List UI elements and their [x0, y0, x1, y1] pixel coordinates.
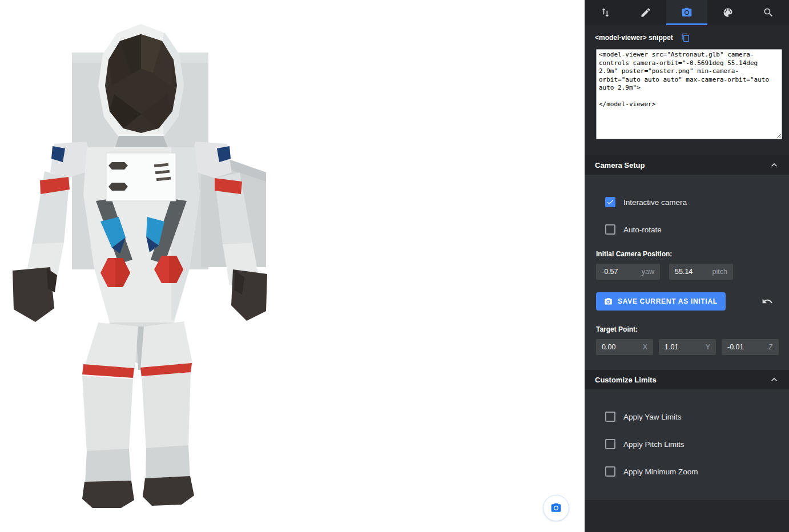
initial-position-fields: yaw pitch: [596, 264, 789, 280]
customize-limits-body: Apply Yaw Limits Apply Pitch Limits Appl…: [585, 389, 789, 500]
section-title: Camera Setup: [595, 161, 645, 170]
apply-minimum-zoom-checkbox[interactable]: [605, 466, 615, 477]
tab-materials[interactable]: [707, 0, 748, 25]
tab-edit[interactable]: [626, 0, 667, 25]
apply-pitch-limits-label: Apply Pitch Limits: [623, 440, 685, 449]
customize-limits-header[interactable]: Customize Limits: [585, 370, 789, 389]
snippet-title: <model-viewer> snippet: [595, 34, 673, 42]
astronaut-model: [0, 0, 585, 532]
section-title: Customize Limits: [595, 376, 657, 384]
camera-icon: [681, 7, 693, 18]
interactive-camera-row[interactable]: Interactive camera: [585, 188, 789, 216]
check-icon: [606, 198, 614, 206]
search-icon: [763, 7, 774, 18]
pencil-icon: [640, 7, 651, 18]
apply-minimum-zoom-label: Apply Minimum Zoom: [623, 467, 698, 476]
tab-camera[interactable]: [666, 0, 707, 25]
snippet-header: <model-viewer> snippet: [585, 25, 789, 47]
target-x-suffix: X: [643, 343, 647, 351]
target-y-input[interactable]: [665, 343, 702, 351]
tab-inspector[interactable]: [748, 0, 789, 25]
snippet-code-editor[interactable]: <model-viewer src="Astronaut.glb" camera…: [596, 49, 782, 139]
target-z-field[interactable]: Z: [722, 339, 779, 355]
editor-panel: <model-viewer> snippet <model-viewer src…: [585, 0, 789, 532]
target-y-field[interactable]: Y: [659, 339, 716, 355]
yaw-suffix: yaw: [642, 268, 654, 276]
target-x-input[interactable]: [602, 343, 639, 351]
target-z-input[interactable]: [727, 343, 765, 351]
auto-rotate-row[interactable]: Auto-rotate: [585, 216, 789, 243]
camera-setup-header[interactable]: Camera Setup: [585, 155, 789, 175]
undo-icon: [762, 296, 773, 307]
palette-icon: [722, 7, 734, 18]
save-current-as-initial-button[interactable]: SAVE CURRENT AS INITIAL: [596, 292, 726, 311]
copy-icon: [681, 33, 690, 42]
screenshot-button[interactable]: [543, 495, 569, 521]
undo-button[interactable]: [762, 296, 773, 307]
auto-rotate-checkbox[interactable]: [605, 224, 615, 235]
camera-setup-body: Interactive camera Auto-rotate Initial C…: [585, 175, 789, 370]
swap-vertical-icon: [599, 7, 611, 18]
tab-import-export[interactable]: [585, 0, 626, 25]
interactive-camera-label: Interactive camera: [623, 198, 687, 207]
apply-yaw-limits-checkbox[interactable]: [605, 412, 615, 422]
model-viewer-canvas[interactable]: [0, 0, 585, 532]
chevron-up-icon[interactable]: [768, 159, 780, 171]
yaw-input[interactable]: [602, 268, 638, 276]
initial-camera-position-label: Initial Camera Position:: [596, 250, 789, 258]
apply-pitch-limits-row[interactable]: Apply Pitch Limits: [585, 430, 789, 458]
apply-yaw-limits-label: Apply Yaw Limits: [623, 413, 682, 421]
camera-icon: [550, 502, 562, 514]
apply-minimum-zoom-row[interactable]: Apply Minimum Zoom: [585, 458, 789, 485]
target-point-label: Target Point:: [596, 325, 789, 333]
target-x-field[interactable]: X: [596, 339, 653, 355]
save-button-label: SAVE CURRENT AS INITIAL: [618, 297, 718, 305]
pitch-input[interactable]: [675, 268, 709, 276]
target-z-suffix: Z: [768, 343, 773, 351]
interactive-camera-checkbox[interactable]: [605, 197, 615, 207]
copy-snippet-button[interactable]: [681, 33, 690, 42]
model-viewer-editor: <model-viewer> snippet <model-viewer src…: [0, 0, 789, 532]
chevron-up-icon[interactable]: [768, 374, 780, 385]
auto-rotate-label: Auto-rotate: [623, 225, 662, 234]
target-point-fields: X Y Z: [596, 339, 789, 356]
pitch-field[interactable]: pitch: [669, 264, 733, 280]
yaw-field[interactable]: yaw: [596, 264, 660, 280]
pitch-suffix: pitch: [712, 268, 727, 276]
apply-pitch-limits-checkbox[interactable]: [605, 439, 615, 449]
apply-yaw-limits-row[interactable]: Apply Yaw Limits: [585, 403, 789, 430]
save-row: SAVE CURRENT AS INITIAL: [596, 292, 778, 311]
editor-toolbar: [585, 0, 789, 25]
target-y-suffix: Y: [706, 343, 710, 351]
camera-icon: [604, 297, 613, 306]
